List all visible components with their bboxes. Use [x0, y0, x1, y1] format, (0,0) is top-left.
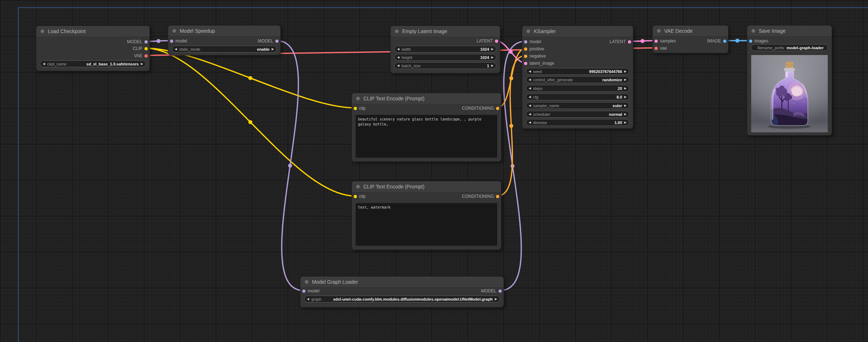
node-collapse-dot-icon[interactable]: [395, 29, 399, 33]
node-collapse-dot-icon[interactable]: [356, 97, 360, 100]
widget-increment-icon[interactable]: ▶: [141, 60, 143, 67]
widget-decrement-icon[interactable]: ◀: [397, 46, 399, 53]
widget-steps[interactable]: ◀steps20▶: [526, 85, 629, 92]
node-title-bar[interactable]: Save Image: [747, 26, 832, 37]
node-collapse-dot-icon[interactable]: [173, 29, 176, 33]
widget-decrement-icon[interactable]: ◀: [307, 296, 309, 302]
widget-scheduler[interactable]: ◀schedulernormal▶: [526, 111, 629, 118]
widget-label: seed: [533, 69, 542, 74]
node-vae-decode[interactable]: VAE DecodesamplesvaeIMAGE: [652, 25, 729, 53]
widget-label: cfg: [533, 95, 538, 99]
input-slot-dot-icon[interactable]: [524, 55, 527, 58]
node-collapse-dot-icon[interactable]: [305, 280, 308, 284]
node-empty-latent-image[interactable]: Empty Latent ImageLATENT◀width1024▶◀heig…: [390, 26, 500, 73]
widget-increment-icon[interactable]: ▶: [624, 102, 626, 109]
node-ksampler[interactable]: KSamplermodelpositivenegativelatent_imag…: [522, 26, 633, 129]
widget-increment-icon[interactable]: ▶: [491, 46, 493, 53]
node-collapse-dot-icon[interactable]: [752, 29, 755, 33]
link-midpoint-dot-icon[interactable]: [288, 164, 292, 168]
widget-decrement-icon[interactable]: ◀: [43, 60, 45, 67]
widget-decrement-icon[interactable]: ◀: [397, 62, 399, 69]
widget-sampler_name[interactable]: ◀sampler_nameeuler▶: [526, 102, 629, 109]
widget-control_after_generate[interactable]: ◀control_after_generaterandomize▶: [526, 76, 629, 83]
widget-increment-icon[interactable]: ▶: [624, 76, 626, 83]
link-midpoint-dot-icon[interactable]: [509, 124, 513, 128]
widget-decrement-icon[interactable]: ◀: [529, 76, 531, 83]
node-collapse-dot-icon[interactable]: [356, 185, 360, 188]
output-slot-dot-icon[interactable]: [723, 40, 726, 43]
link-midpoint-dot-icon[interactable]: [157, 39, 161, 43]
node-title-bar[interactable]: Model Graph Loader: [300, 277, 504, 288]
node-collapse-dot-icon[interactable]: [527, 29, 530, 33]
node-title-bar[interactable]: Load Checkpoint: [36, 26, 150, 37]
output-slot-dot-icon[interactable]: [496, 195, 499, 198]
widget-increment-icon[interactable]: ▶: [624, 68, 626, 75]
widget-static_mode[interactable]: ◀static_modeenable▶: [172, 46, 277, 53]
widget-increment-icon[interactable]: ▶: [624, 94, 626, 100]
graph-canvas[interactable]: Load CheckpointMODELCLIPVAE◀ckpt_namesd_…: [0, 0, 868, 342]
node-clip-text-encode-negative[interactable]: CLIP Text Encode (Prompt)clipCONDITIONIN…: [352, 181, 501, 250]
widget-graph[interactable]: ◀graphsdxl-unet-cuda-comfy.ldm.modules.d…: [304, 296, 500, 302]
node-collapse-dot-icon[interactable]: [657, 29, 661, 33]
node-title-bar[interactable]: CLIP Text Encode (Prompt): [352, 181, 501, 192]
widget-increment-icon[interactable]: ▶: [624, 85, 626, 92]
widget-increment-icon[interactable]: ▶: [624, 119, 626, 126]
widget-increment-icon[interactable]: ▶: [491, 54, 493, 61]
output-slot-dot-icon[interactable]: [144, 40, 148, 44]
link-midpoint-dot-icon[interactable]: [248, 120, 252, 124]
widget-decrement-icon[interactable]: ◀: [175, 46, 177, 53]
widget-decrement-icon[interactable]: ◀: [529, 68, 531, 75]
output-slot-dot-icon[interactable]: [144, 54, 148, 58]
output-slot-dot-icon[interactable]: [144, 47, 148, 50]
output-slot-dot-icon[interactable]: [275, 40, 279, 43]
node-model-speedup[interactable]: Model SpeedupmodelMODEL◀static_modeenabl…: [168, 25, 281, 55]
link-midpoint-dot-icon[interactable]: [640, 39, 644, 43]
input-slot-dot-icon[interactable]: [524, 47, 527, 51]
widget-decrement-icon[interactable]: ◀: [529, 111, 531, 118]
widget-cfg[interactable]: ◀cfg8.0▶: [526, 94, 629, 100]
link-midpoint-dot-icon[interactable]: [735, 39, 739, 43]
input-slot-dot-icon[interactable]: [524, 62, 527, 65]
widget-decrement-icon[interactable]: ◀: [529, 119, 531, 126]
output-slot-dot-icon[interactable]: [499, 289, 502, 293]
node-collapse-dot-icon[interactable]: [41, 29, 44, 33]
widget-filename_prefix[interactable]: filename_prefixmodel-graph-loader: [751, 44, 828, 51]
output-slot-dot-icon[interactable]: [496, 107, 499, 110]
input-slot-dot-icon[interactable]: [655, 47, 658, 50]
widget-increment-icon[interactable]: ▶: [491, 62, 493, 69]
node-model-graph-loader[interactable]: Model Graph LoadermodelMODEL◀graphsdxl-u…: [300, 276, 504, 307]
output-slot-dot-icon[interactable]: [628, 40, 631, 44]
widget-value: 1024: [480, 47, 489, 51]
widget-denoise[interactable]: ◀denoise1.00▶: [526, 119, 629, 126]
widget-decrement-icon[interactable]: ◀: [397, 54, 399, 61]
widget-label: width: [401, 47, 411, 51]
node-title-bar[interactable]: KSampler: [522, 26, 633, 37]
prompt-textarea[interactable]: text, watermark: [355, 203, 497, 246]
node-title-bar[interactable]: CLIP Text Encode (Prompt): [352, 93, 501, 104]
input-slot-images: images: [747, 38, 832, 44]
widget-width[interactable]: ◀width1024▶: [394, 46, 496, 53]
widget-increment-icon[interactable]: ▶: [495, 296, 497, 302]
node-title-bar[interactable]: VAE Decode: [653, 26, 728, 37]
input-slot-dot-icon[interactable]: [749, 40, 752, 43]
output-slot-image: IMAGE: [653, 38, 728, 44]
prompt-textarea[interactable]: beautiful scenery nature glass bottle la…: [355, 115, 497, 158]
widget-height[interactable]: ◀height1024▶: [394, 54, 496, 61]
widget-decrement-icon[interactable]: ◀: [529, 94, 531, 100]
widget-increment-icon[interactable]: ▶: [624, 111, 626, 118]
output-slot-dot-icon[interactable]: [495, 40, 498, 43]
output-slot-label: VAE: [134, 53, 142, 58]
node-title-bar[interactable]: Empty Latent Image: [391, 26, 500, 37]
node-save-image[interactable]: Save Imageimagesfilename_prefixmodel-gra…: [747, 25, 832, 136]
node-title-bar[interactable]: Model Speedup: [168, 26, 280, 37]
widget-increment-icon[interactable]: ▶: [272, 46, 274, 53]
widget-ckpt_name[interactable]: ◀ckpt_namesd_xl_base_1.0.safetensors▶: [40, 60, 146, 67]
widget-batch_size[interactable]: ◀batch_size1▶: [394, 62, 496, 69]
node-clip-text-encode-positive[interactable]: CLIP Text Encode (Prompt)clipCONDITIONIN…: [352, 93, 501, 162]
widget-seed[interactable]: ◀seed995203767644766▶: [526, 68, 629, 75]
widget-decrement-icon[interactable]: ◀: [529, 102, 531, 109]
widget-decrement-icon[interactable]: ◀: [529, 85, 531, 92]
link-midpoint-dot-icon[interactable]: [509, 50, 513, 54]
link-midpoint-dot-icon[interactable]: [248, 76, 252, 80]
node-load-checkpoint[interactable]: Load CheckpointMODELCLIPVAE◀ckpt_namesd_…: [36, 26, 150, 71]
